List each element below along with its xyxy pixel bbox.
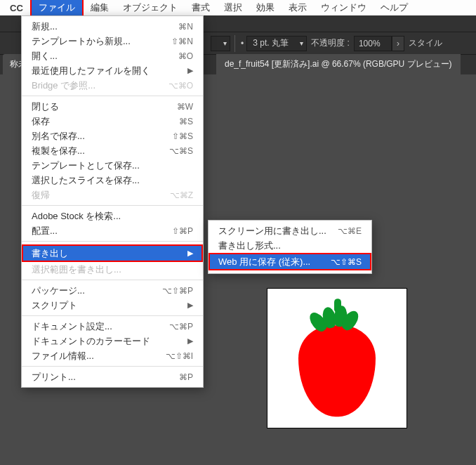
submenu-arrow-icon: ▶ (187, 249, 193, 258)
menu-window[interactable]: ウィンドウ (314, 0, 373, 15)
file-menu-item[interactable]: ファイル情報...⌥⇧⌘I (22, 348, 203, 363)
style-label: スタイル (409, 37, 442, 49)
file-menu-item: 選択範囲を書き出し... (22, 262, 203, 277)
menu-item-label: 最近使用したファイルを開く (32, 65, 183, 77)
menu-shortcut: ⇧⌘N (171, 37, 193, 46)
opacity-value[interactable]: 100% (354, 36, 392, 51)
export-menu-item[interactable]: スクリーン用に書き出し...⌥⌘E (209, 223, 371, 238)
menu-item-label: スクリプト (32, 299, 183, 312)
menu-item-label: 書き出し (32, 247, 183, 260)
menu-shortcut: ⇧⌘S (172, 131, 193, 141)
canvas-artboard[interactable] (267, 288, 407, 428)
file-menu-item[interactable]: 別名で保存...⇧⌘S (22, 129, 203, 143)
menu-item-label: 書き出し形式... (218, 240, 362, 252)
menu-shortcut: ⌥⇧⌘P (162, 286, 193, 296)
menu-item-label: ドキュメント設定... (32, 320, 169, 333)
file-menu-item[interactable]: スクリプト▶ (22, 298, 203, 313)
file-menu-item[interactable]: テンプレートから新規...⇧⌘N (22, 34, 203, 48)
export-menu-item[interactable]: 書き出し形式... (209, 238, 371, 253)
menu-item-label: ファイル情報... (32, 350, 166, 362)
menu-type[interactable]: 書式 (185, 0, 217, 15)
file-menu-item[interactable]: 書き出し▶ (22, 244, 203, 262)
menu-shortcut: ⌥⇧⌘I (166, 351, 193, 361)
menu-object[interactable]: オブジェクト (116, 0, 185, 15)
file-menu-item[interactable]: ドキュメント設定...⌥⌘P (22, 319, 203, 334)
menu-shortcut: ⌘O (178, 51, 193, 61)
menu-view[interactable]: 表示 (282, 0, 314, 15)
file-menu-item[interactable]: ドキュメントのカラーモード▶ (22, 334, 203, 348)
menu-item-label: 別名で保存... (32, 130, 172, 143)
menu-item-label: 保存 (32, 115, 179, 128)
menu-item-label: Bridge で参照... (32, 79, 168, 92)
menu-item-label: スクリーン用に書き出し... (218, 225, 338, 237)
menu-effect[interactable]: 効果 (249, 0, 282, 15)
menu-item-label: テンプレートから新規... (32, 35, 171, 48)
menu-shortcut: ⌥⇧⌘S (331, 257, 362, 267)
export-submenu: スクリーン用に書き出し...⌥⌘E書き出し形式...Web 用に保存 (従来).… (208, 220, 372, 274)
export-menu-item[interactable]: Web 用に保存 (従来)...⌥⇧⌘S (209, 253, 371, 270)
menu-shortcut: ⌥⌘Z (170, 190, 193, 200)
menu-item-label: 新規... (32, 20, 178, 33)
menu-item-label: Adobe Stock を検索... (32, 210, 193, 223)
menu-item-label: Web 用に保存 (従来)... (218, 256, 331, 268)
file-menu-item: Bridge で参照...⌥⌘O (22, 78, 203, 93)
file-dropdown: 新規...⌘Nテンプレートから新規...⇧⌘N開く...⌘O最近使用したファイル… (21, 15, 204, 388)
menu-help[interactable]: ヘルプ (373, 0, 415, 15)
menu-item-label: ドキュメントのカラーモード (32, 335, 183, 348)
submenu-arrow-icon: ▶ (187, 336, 193, 346)
file-menu-item[interactable]: 新規...⌘N (22, 19, 203, 34)
brush-dd[interactable]: 3 pt. 丸筆 (246, 36, 307, 51)
menu-item-label: 選択範囲を書き出し... (32, 263, 193, 276)
menu-shortcut: ⌘S (179, 117, 193, 126)
opacity-label: 不透明度 : (311, 37, 350, 49)
menu-item-label: 開く... (32, 50, 178, 63)
menu-item-label: 複製を保存... (32, 145, 169, 157)
file-menu-item[interactable]: プリント...⌘P (22, 369, 203, 384)
file-menu-item[interactable]: パッケージ...⌥⇧⌘P (22, 283, 203, 298)
menu-item-label: プリント... (32, 371, 179, 384)
menu-item-label: 選択したスライスを保存... (32, 174, 193, 187)
menu-item-label: 配置... (32, 225, 172, 237)
file-menu-item[interactable]: 開く...⌘O (22, 48, 203, 63)
app-badge: CC (3, 1, 30, 15)
stroke-color-dd[interactable] (211, 36, 230, 51)
file-menu-item: 復帰⌥⌘Z (22, 188, 203, 202)
menu-shortcut: ⌘N (178, 22, 193, 32)
file-menu-item[interactable]: 複製を保存...⌥⌘S (22, 143, 203, 158)
file-menu-item[interactable]: 閉じる⌘W (22, 99, 203, 114)
opacity-more[interactable]: › (392, 36, 404, 51)
menu-item-label: パッケージ... (32, 284, 162, 297)
file-menu-item[interactable]: 最近使用したファイルを開く▶ (22, 63, 203, 78)
menu-shortcut: ⌥⌘S (169, 146, 193, 156)
submenu-arrow-icon: ▶ (187, 66, 193, 75)
file-menu-item[interactable]: 保存⌘S (22, 114, 203, 129)
menu-item-label: 閉じる (32, 100, 177, 113)
menu-shortcut: ⌥⌘O (168, 81, 193, 91)
submenu-arrow-icon: ▶ (187, 301, 193, 310)
file-menu-item[interactable]: Adobe Stock を検索... (22, 209, 203, 223)
os-menu-bar: CC ファイル 編集 オブジェクト 書式 選択 効果 表示 ウィンドウ ヘルプ (0, 0, 476, 15)
menu-item-label: テンプレートとして保存... (32, 159, 193, 172)
menu-select[interactable]: 選択 (217, 0, 249, 15)
menu-edit[interactable]: 編集 (84, 0, 116, 15)
file-menu-item[interactable]: 配置...⇧⌘P (22, 223, 203, 238)
menu-shortcut: ⌥⌘E (338, 226, 362, 236)
menu-shortcut: ⇧⌘P (172, 226, 193, 236)
document-tab[interactable]: de_f_fruit54 [更新済み].ai @ 66.67% (RGB/GPU… (216, 54, 461, 74)
file-menu-item[interactable]: 選択したスライスを保存... (22, 173, 203, 188)
file-menu-item[interactable]: テンプレートとして保存... (22, 158, 203, 173)
menu-shortcut: ⌘W (177, 102, 193, 112)
menu-shortcut: ⌘P (179, 372, 193, 382)
strawberry-artwork (298, 308, 376, 417)
menu-item-label: 復帰 (32, 189, 170, 202)
menu-file[interactable]: ファイル (30, 0, 84, 17)
menu-shortcut: ⌥⌘P (169, 322, 193, 332)
